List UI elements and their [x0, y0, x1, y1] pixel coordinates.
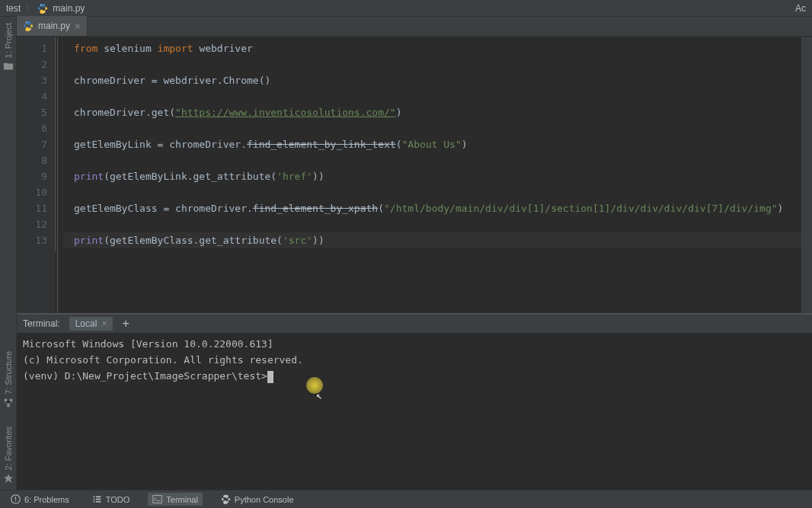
- terminal-panel: Terminal: Local × + ↖ Microsoft Windows …: [17, 313, 812, 490]
- left-tool-rail: 1: Project 7: Structure 2: Favorites: [0, 17, 17, 490]
- tab-label: main.py: [38, 21, 70, 31]
- svg-rect-9: [15, 501, 16, 502]
- svg-rect-11: [96, 496, 101, 497]
- svg-rect-15: [96, 501, 101, 503]
- terminal-icon: [152, 494, 162, 504]
- tool-terminal[interactable]: Terminal: [148, 493, 203, 506]
- tool-structure[interactable]: 7: Structure: [4, 351, 13, 395]
- tool-python-console[interactable]: Python Console: [216, 493, 299, 506]
- terminal-output[interactable]: ↖ Microsoft Windows [Version 10.0.22000.…: [17, 333, 812, 490]
- code-editor[interactable]: 12345678910111213 from selenium import w…: [17, 37, 812, 313]
- terminal-title: Terminal:: [23, 318, 60, 329]
- tool-problems[interactable]: 6: Problems: [6, 493, 74, 506]
- svg-rect-12: [93, 499, 94, 500]
- breadcrumb-project[interactable]: test: [6, 3, 21, 14]
- mouse-cursor-icon: ↖: [316, 388, 322, 404]
- folder-icon: [3, 61, 14, 72]
- svg-point-0: [40, 4, 41, 5]
- editor-tabs: main.py ×: [17, 17, 812, 37]
- warning-icon: [11, 494, 21, 504]
- svg-point-6: [29, 29, 30, 30]
- svg-rect-14: [93, 501, 94, 503]
- code-area[interactable]: from selenium import webdriverchromeDriv…: [55, 37, 801, 251]
- terminal-tab-local[interactable]: Local ×: [69, 317, 113, 331]
- tool-todo[interactable]: TODO: [88, 493, 135, 506]
- svg-point-5: [26, 22, 27, 23]
- star-icon: [3, 473, 14, 484]
- tab-main-py[interactable]: main.py ×: [17, 16, 88, 36]
- svg-rect-16: [153, 496, 161, 503]
- svg-point-1: [44, 11, 45, 11]
- add-terminal-button[interactable]: +: [122, 317, 129, 331]
- structure-icon: [3, 398, 14, 408]
- scrollbar[interactable]: [801, 37, 812, 313]
- close-icon[interactable]: ×: [101, 318, 107, 329]
- breadcrumb: test 〉 main.py Ac: [0, 0, 812, 17]
- python-file-icon: [37, 3, 48, 14]
- svg-rect-4: [7, 404, 10, 407]
- python-file-icon: [23, 21, 34, 31]
- tool-project[interactable]: 1: Project: [4, 23, 13, 58]
- bottom-tool-bar: 6: Problems TODO Terminal Python Console: [0, 490, 812, 508]
- svg-rect-13: [96, 499, 101, 500]
- tool-favorites[interactable]: 2: Favorites: [4, 427, 13, 470]
- line-gutter: 12345678910111213: [17, 37, 55, 313]
- close-icon[interactable]: ×: [75, 21, 81, 32]
- svg-rect-17: [157, 500, 160, 501]
- svg-rect-8: [15, 497, 16, 500]
- top-right-text: Ac: [795, 3, 806, 14]
- python-icon: [221, 494, 231, 504]
- list-icon: [92, 494, 102, 504]
- chevron-right-icon: 〉: [25, 3, 33, 14]
- svg-rect-2: [4, 398, 7, 401]
- svg-rect-3: [9, 398, 12, 401]
- breadcrumb-file[interactable]: main.py: [53, 3, 85, 14]
- svg-rect-10: [93, 496, 94, 497]
